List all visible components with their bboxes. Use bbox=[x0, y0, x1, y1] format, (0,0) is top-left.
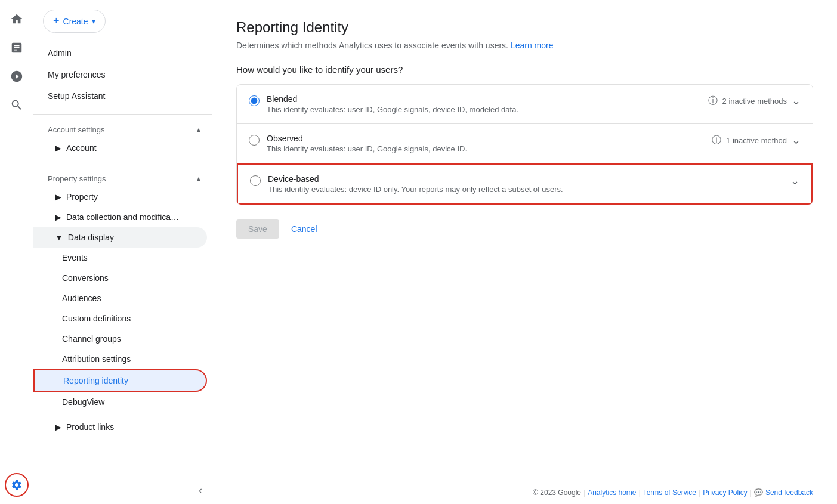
blended-desc: This identity evaluates: user ID, Google… bbox=[267, 105, 701, 114]
sidebar: + Create ▾ Admin My preferences Setup As… bbox=[33, 0, 212, 504]
device-based-desc: This identity evaluates: device ID only.… bbox=[268, 185, 783, 194]
property-settings-label: Property settings bbox=[48, 174, 106, 183]
footer-feedback-link[interactable]: 💬 Send feedback bbox=[754, 488, 813, 497]
sidebar-bottom: ‹ bbox=[33, 477, 212, 504]
subtitle-text: Determines which methods Analytics uses … bbox=[236, 41, 508, 50]
device-based-content: Device-based This identity evaluates: de… bbox=[268, 174, 783, 194]
observed-right: ⓘ 1 inactive method ⌄ bbox=[712, 134, 801, 147]
sidebar-item-admin[interactable]: Admin bbox=[33, 42, 207, 64]
settings-icon[interactable] bbox=[5, 473, 29, 497]
observed-radio[interactable] bbox=[249, 135, 260, 147]
blended-info-icon[interactable]: ⓘ bbox=[708, 95, 718, 107]
identity-option-blended: Blended This identity evaluates: user ID… bbox=[237, 85, 813, 124]
device-based-chevron[interactable]: ⌄ bbox=[790, 174, 799, 187]
identity-option-device-based: Device-based This identity evaluates: de… bbox=[237, 163, 813, 205]
sidebar-item-data-collection[interactable]: ▶ Data collection and modifica… bbox=[33, 207, 212, 227]
device-based-radio-input[interactable] bbox=[250, 175, 261, 186]
sidebar-item-conversions[interactable]: Conversions bbox=[33, 268, 212, 288]
analytics-icon[interactable] bbox=[5, 36, 29, 60]
observed-radio-input[interactable] bbox=[249, 135, 260, 146]
footer-analytics-home-link[interactable]: Analytics home bbox=[588, 488, 636, 497]
save-button[interactable]: Save bbox=[236, 219, 279, 239]
device-based-radio[interactable] bbox=[250, 175, 261, 188]
account-label: Account bbox=[66, 143, 97, 153]
property-label: Property bbox=[66, 192, 98, 202]
blended-radio[interactable] bbox=[249, 95, 260, 108]
search-console-icon[interactable] bbox=[5, 93, 29, 117]
cancel-button[interactable]: Cancel bbox=[289, 219, 320, 239]
section-question: How would you like to identify your user… bbox=[236, 64, 813, 75]
property-arrow: ▶ bbox=[55, 192, 61, 202]
create-label: Create bbox=[63, 17, 88, 26]
sidebar-item-channel-groups[interactable]: Channel groups bbox=[33, 329, 212, 349]
page-subtitle: Determines which methods Analytics uses … bbox=[236, 41, 813, 50]
product-links-arrow: ▶ bbox=[55, 422, 61, 432]
blended-radio-input[interactable] bbox=[249, 95, 260, 106]
blended-chevron[interactable]: ⌄ bbox=[792, 94, 801, 107]
identity-options-container: Blended This identity evaluates: user ID… bbox=[236, 84, 813, 205]
sidebar-item-property[interactable]: ▶ Property bbox=[33, 187, 212, 207]
account-arrow: ▶ bbox=[55, 143, 61, 153]
divider-2 bbox=[33, 163, 212, 163]
sidebar-item-product-links[interactable]: ▶ Product links bbox=[33, 417, 212, 437]
page-title: Reporting Identity bbox=[236, 19, 813, 36]
home-icon[interactable] bbox=[5, 7, 29, 31]
product-links-label: Product links bbox=[66, 422, 114, 432]
account-settings-toggle: ▲ bbox=[195, 126, 202, 134]
sidebar-item-reporting-identity[interactable]: Reporting identity bbox=[33, 369, 207, 392]
blended-title: Blended bbox=[267, 94, 701, 104]
sidebar-top: + Create ▾ bbox=[33, 0, 212, 40]
icon-rail bbox=[0, 0, 33, 504]
account-settings-label: Account settings bbox=[48, 125, 104, 134]
data-display-arrow: ▼ bbox=[55, 233, 63, 242]
sidebar-nav: Admin My preferences Setup Assistant bbox=[33, 40, 212, 109]
sidebar-item-attribution-settings[interactable]: Attribution settings bbox=[33, 349, 212, 369]
feedback-label: Send feedback bbox=[765, 488, 813, 497]
sidebar-item-debugview[interactable]: DebugView bbox=[33, 392, 212, 412]
data-collection-label: Data collection and modifica… bbox=[66, 212, 179, 222]
sidebar-item-account[interactable]: ▶ Account bbox=[33, 138, 212, 158]
blended-badge: 2 inactive methods bbox=[722, 97, 787, 106]
observed-content: Observed This identity evaluates: user I… bbox=[267, 134, 705, 153]
device-based-right: ⌄ bbox=[790, 174, 799, 187]
identity-option-observed: Observed This identity evaluates: user I… bbox=[237, 124, 813, 163]
blended-content: Blended This identity evaluates: user ID… bbox=[267, 94, 701, 114]
blended-right: ⓘ 2 inactive methods ⌄ bbox=[708, 94, 801, 107]
observed-info-icon[interactable]: ⓘ bbox=[712, 134, 721, 147]
footer-tos-link[interactable]: Terms of Service bbox=[643, 488, 696, 497]
observed-badge: 1 inactive method bbox=[726, 136, 787, 145]
footer-copyright: © 2023 Google bbox=[533, 488, 581, 497]
property-settings-toggle: ▲ bbox=[195, 175, 202, 183]
action-buttons: Save Cancel bbox=[236, 219, 813, 239]
data-collection-arrow: ▶ bbox=[55, 212, 61, 222]
main-content: Reporting Identity Determines which meth… bbox=[212, 0, 837, 504]
property-settings-header[interactable]: Property settings ▲ bbox=[33, 168, 212, 187]
sidebar-item-my-preferences[interactable]: My preferences bbox=[33, 64, 207, 85]
sidebar-item-events[interactable]: Events bbox=[33, 248, 212, 268]
observed-title: Observed bbox=[267, 134, 705, 143]
sidebar-item-custom-definitions[interactable]: Custom definitions bbox=[33, 308, 212, 329]
sidebar-item-audiences[interactable]: Audiences bbox=[33, 288, 212, 308]
device-based-title: Device-based bbox=[268, 174, 783, 184]
feedback-icon: 💬 bbox=[754, 488, 763, 497]
target-icon[interactable] bbox=[5, 64, 29, 88]
data-display-label: Data display bbox=[68, 233, 114, 242]
collapse-sidebar-button[interactable]: ‹ bbox=[199, 484, 202, 497]
sidebar-item-setup-assistant[interactable]: Setup Assistant bbox=[33, 85, 207, 107]
account-settings-header[interactable]: Account settings ▲ bbox=[33, 119, 212, 138]
sidebar-item-data-display[interactable]: ▼ Data display bbox=[33, 227, 207, 248]
divider-1 bbox=[33, 114, 212, 115]
chevron-icon: ▾ bbox=[92, 17, 95, 26]
observed-desc: This identity evaluates: user ID, Google… bbox=[267, 144, 705, 153]
footer: © 2023 Google | Analytics home | Terms o… bbox=[212, 481, 837, 504]
footer-privacy-link[interactable]: Privacy Policy bbox=[703, 488, 748, 497]
create-button[interactable]: + Create ▾ bbox=[43, 10, 106, 33]
plus-icon: + bbox=[53, 15, 60, 27]
observed-chevron[interactable]: ⌄ bbox=[792, 134, 801, 147]
learn-more-link[interactable]: Learn more bbox=[511, 41, 554, 50]
